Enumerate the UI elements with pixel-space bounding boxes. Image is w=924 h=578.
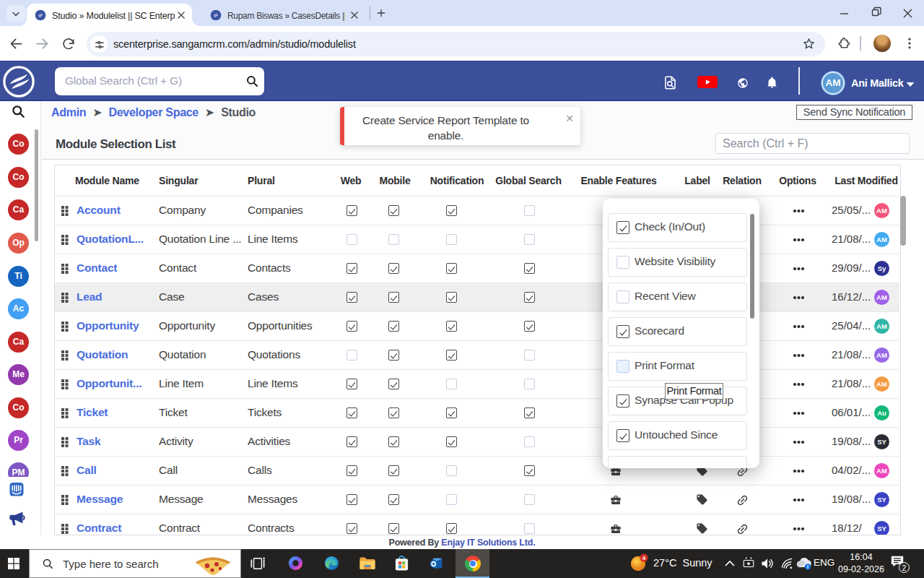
- svg-text:i: i: [807, 564, 808, 569]
- svg-text:4: 4: [642, 555, 646, 561]
